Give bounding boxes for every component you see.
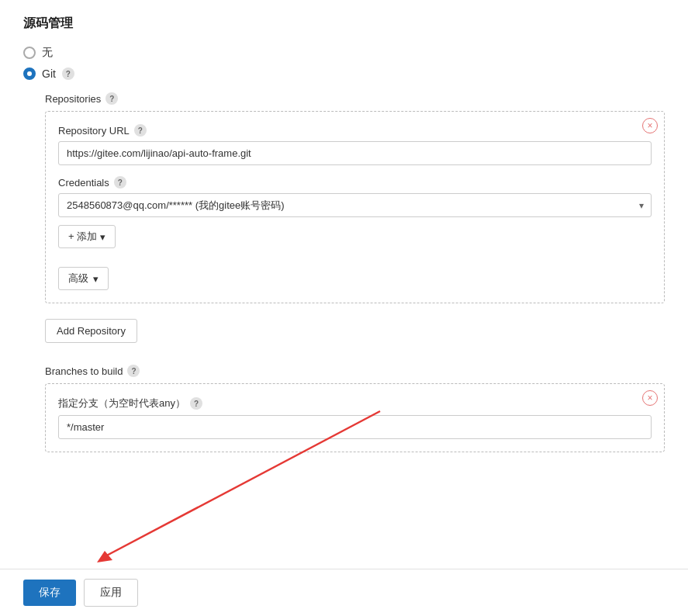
url-label: Repository URL — [58, 125, 130, 137]
page-title: 源码管理 — [23, 16, 665, 32]
radio-git-circle — [23, 67, 36, 80]
radio-group: 无 Git ? — [23, 46, 665, 80]
advanced-button[interactable]: 高级 ▾ — [58, 267, 109, 290]
credentials-label-row: Credentials ? — [58, 176, 652, 189]
add-credential-arrow: ▾ — [100, 231, 105, 243]
branch-input[interactable] — [58, 415, 652, 439]
advanced-label: 高级 — [68, 272, 88, 286]
branch-label: 指定分支（为空时代表any） — [58, 396, 185, 410]
credentials-help-icon[interactable]: ? — [114, 176, 126, 189]
add-credential-button[interactable]: + 添加 ▾ — [58, 225, 116, 248]
branch-close-button[interactable]: × — [642, 390, 658, 406]
credentials-label: Credentials — [58, 177, 109, 189]
add-credential-label: + 添加 — [68, 230, 97, 244]
radio-none-circle — [23, 47, 36, 59]
advanced-section: 高级 ▾ — [58, 258, 652, 290]
add-repository-label: Add Repository — [57, 325, 126, 337]
apply-button[interactable]: 应用 — [84, 579, 138, 607]
bottom-bar: 保存 应用 — [0, 569, 688, 616]
branches-label: Branches to build — [45, 365, 123, 377]
credentials-section: Credentials ? 2548560873@qq.com/****** (… — [58, 176, 652, 217]
branch-help-icon[interactable]: ? — [190, 397, 202, 410]
repository-url-input[interactable] — [58, 141, 652, 165]
url-help-icon[interactable]: ? — [134, 124, 147, 137]
add-repository-button[interactable]: Add Repository — [45, 319, 137, 343]
radio-git[interactable]: Git ? — [23, 67, 665, 80]
advanced-arrow: ▾ — [93, 273, 99, 285]
repositories-label-row: Repositories ? — [45, 92, 665, 105]
credentials-select-wrapper: 2548560873@qq.com/****** (我的gitee账号密码) ▾ — [58, 193, 652, 217]
repository-box: × Repository URL ? Credentials ? 2548560… — [45, 111, 665, 303]
svg-marker-1 — [97, 551, 112, 562]
repositories-help-icon[interactable]: ? — [105, 92, 118, 105]
credentials-select[interactable]: 2548560873@qq.com/****** (我的gitee账号密码) — [58, 193, 652, 217]
radio-none-label: 无 — [42, 46, 53, 60]
branch-box: × 指定分支（为空时代表any） ? — [45, 383, 665, 452]
save-button[interactable]: 保存 — [23, 580, 76, 606]
git-section: Repositories ? × Repository URL ? Creden… — [45, 92, 665, 452]
branches-help-icon[interactable]: ? — [127, 365, 140, 377]
repository-close-button[interactable]: × — [642, 118, 658, 133]
branches-label-row: Branches to build ? — [45, 365, 665, 377]
radio-none[interactable]: 无 — [23, 46, 665, 60]
main-container: 源码管理 无 Git ? Repositories ? × Repository… — [0, 0, 688, 452]
radio-git-label: Git — [42, 67, 56, 80]
repositories-label: Repositories — [45, 93, 101, 105]
branch-label-row: 指定分支（为空时代表any） ? — [58, 396, 652, 410]
url-label-row: Repository URL ? — [58, 124, 652, 137]
git-help-icon[interactable]: ? — [62, 67, 74, 80]
